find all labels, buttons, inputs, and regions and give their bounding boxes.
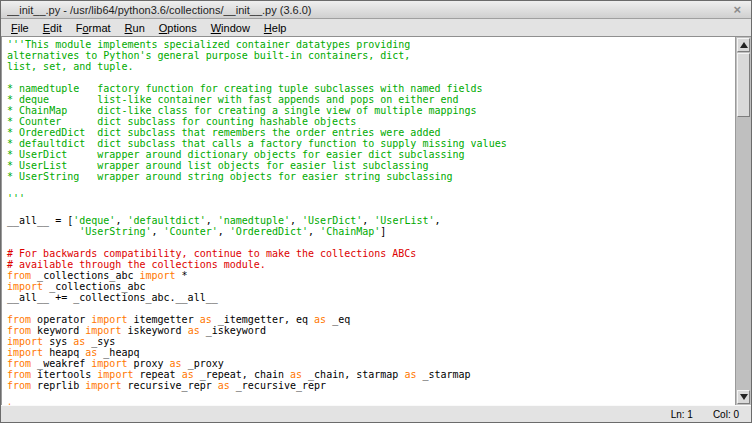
menu-edit[interactable]: Edit — [36, 20, 69, 36]
code-line: * UserDict wrapper around dictionary obj… — [7, 149, 735, 160]
close-icon[interactable]: × — [729, 3, 745, 16]
code-line — [7, 237, 735, 248]
menu-bar: FileEditFormatRunOptionsWindowHelp — [1, 19, 751, 37]
code-line: * namedtuple factory function for creati… — [7, 83, 735, 94]
scrollbar-thumb[interactable] — [737, 53, 750, 117]
menu-format[interactable]: Format — [69, 20, 118, 36]
code-line: alternatives to Python's general purpose… — [7, 50, 735, 61]
code-line: ''' — [7, 193, 735, 204]
code-line: * Counter dict subclass for counting has… — [7, 116, 735, 127]
scroll-up-button[interactable] — [737, 38, 750, 52]
code-line — [7, 72, 735, 83]
code-line: import _collections_abc — [7, 281, 735, 292]
arrow-down-icon — [740, 394, 748, 400]
code-line — [7, 182, 735, 193]
idle-editor-window: __init__.py - /usr/lib64/python3.6/colle… — [0, 0, 752, 423]
code-line: list, set, and tuple. — [7, 61, 735, 72]
menu-file[interactable]: File — [4, 20, 36, 36]
editor-area: '''This module implements specialized co… — [1, 37, 751, 405]
status-col-indicator: Col: 0 — [704, 408, 748, 421]
code-line: 'UserString', 'Counter', 'OrderedDict', … — [7, 226, 735, 237]
code-line: from reprlib import recursive_repr as _r… — [7, 380, 735, 391]
code-line: import sys as _sys — [7, 336, 735, 347]
menu-options[interactable]: Options — [152, 20, 204, 36]
menu-run[interactable]: Run — [118, 20, 152, 36]
code-line: * UserList wrapper around list objects f… — [7, 160, 735, 171]
code-line: __all__ += _collections_abc.__all__ — [7, 292, 735, 303]
scroll-down-button[interactable] — [737, 390, 750, 404]
code-line: import heapq as _heapq — [7, 347, 735, 358]
code-line: * ChainMap dict-like class for creating … — [7, 105, 735, 116]
window-title: __init__.py - /usr/lib64/python3.6/colle… — [7, 4, 729, 16]
code-line — [7, 303, 735, 314]
code-line: from _weakref import proxy as _proxy — [7, 358, 735, 369]
code-line: '''This module implements specialized co… — [7, 39, 735, 50]
menu-window[interactable]: Window — [204, 20, 257, 36]
code-line: __all__ = ['deque', 'defaultdict', 'name… — [7, 215, 735, 226]
code-line: from keyword import iskeyword as _iskeyw… — [7, 325, 735, 336]
code-line: * UserString wrapper around string objec… — [7, 171, 735, 182]
code-line: # available through the collections modu… — [7, 259, 735, 270]
code-line: * defaultdict dict subclass that calls a… — [7, 138, 735, 149]
status-line-indicator: Ln: 1 — [662, 408, 702, 421]
status-bar: Ln: 1 Col: 0 — [1, 405, 751, 422]
code-line: from operator import itemgetter as _item… — [7, 314, 735, 325]
code-line: * OrderedDict dict subclass that remembe… — [7, 127, 735, 138]
code-line: # For backwards compatibility, continue … — [7, 248, 735, 259]
title-bar[interactable]: __init__.py - /usr/lib64/python3.6/colle… — [1, 1, 751, 19]
editor-text-area[interactable]: '''This module implements specialized co… — [2, 37, 735, 405]
menu-help[interactable]: Help — [257, 20, 294, 36]
code-line: try: — [7, 402, 735, 405]
arrow-up-icon — [740, 42, 748, 48]
vertical-scrollbar[interactable] — [735, 37, 751, 405]
code-line — [7, 204, 735, 215]
code-line: from _collections_abc import * — [7, 270, 735, 281]
code-line: * deque list-like container with fast ap… — [7, 94, 735, 105]
code-line — [7, 391, 735, 402]
code-line: from itertools import repeat as _repeat,… — [7, 369, 735, 380]
